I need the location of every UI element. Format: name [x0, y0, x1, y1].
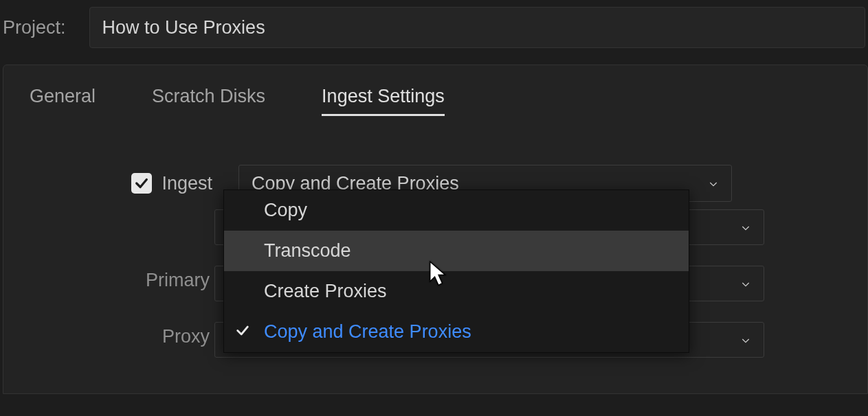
tab-ingest-settings[interactable]: Ingest Settings: [322, 86, 445, 116]
settings-panel: General Scratch Disks Ingest Settings In…: [3, 65, 868, 394]
dropdown-item-copy-and-create-proxies[interactable]: Copy and Create Proxies: [224, 312, 689, 352]
dropdown-item-label: Copy and Create Proxies: [264, 321, 471, 343]
tab-general[interactable]: General: [30, 86, 96, 116]
dropdown-item-create-proxies[interactable]: Create Proxies: [224, 271, 689, 312]
dropdown-item-transcode[interactable]: Transcode: [224, 231, 689, 271]
tabs: General Scratch Disks Ingest Settings: [25, 86, 851, 116]
ingest-mode-dropdown: Copy Transcode Create Proxies Copy and C…: [223, 189, 689, 353]
checkmark-icon: [134, 176, 149, 191]
chevron-down-icon: [740, 273, 751, 294]
tab-scratch-disks[interactable]: Scratch Disks: [152, 86, 265, 116]
dropdown-item-label: Create Proxies: [264, 281, 387, 302]
chevron-down-icon: [708, 173, 719, 194]
ingest-checkbox[interactable]: [131, 173, 152, 194]
ingest-label: Ingest: [162, 173, 212, 194]
project-name-input[interactable]: How to Use Proxies: [89, 7, 865, 48]
project-label: Project:: [0, 17, 89, 38]
checkmark-icon: [235, 321, 250, 343]
dropdown-item-label: Copy: [264, 200, 307, 221]
proxy-label: Proxy: [3, 326, 216, 347]
chevron-down-icon: [740, 217, 751, 238]
primary-label: Primary: [3, 270, 216, 291]
chevron-down-icon: [740, 330, 751, 351]
dropdown-item-label: Transcode: [264, 240, 351, 262]
dropdown-item-copy[interactable]: Copy: [224, 190, 689, 231]
